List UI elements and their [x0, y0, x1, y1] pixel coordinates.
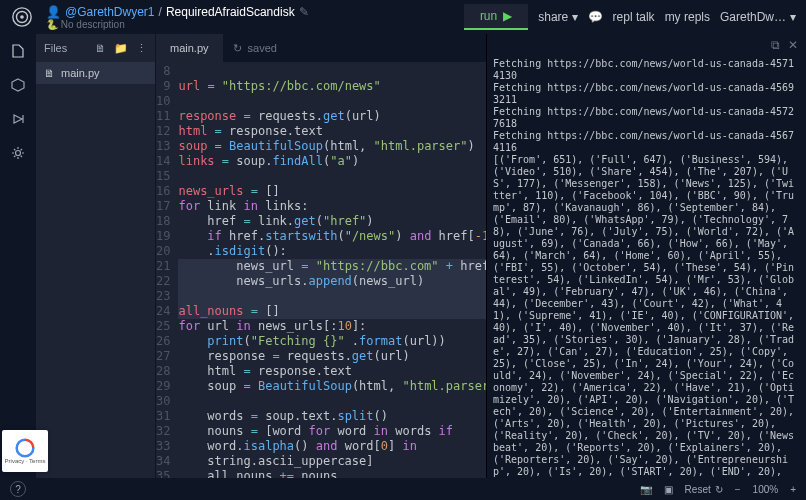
files-header: Files	[44, 42, 67, 54]
footer-bar: ? 📷 ▣ Reset ↻ − 100% +	[0, 478, 806, 500]
file-pane: Files 🗎 📁 ⋮ 🗎 main.py	[36, 34, 156, 478]
code-editor[interactable]: 8910111213141516171819202122232425262728…	[156, 62, 486, 478]
settings-icon[interactable]	[9, 144, 27, 162]
project-owner[interactable]: @GarethDwyer1	[65, 5, 155, 19]
recaptcha-badge[interactable]: Privacy · Terms	[2, 430, 48, 472]
console-output[interactable]: Fetching https://bbc.com/news/world-us-c…	[487, 56, 806, 478]
svg-point-2	[20, 15, 24, 19]
edit-icon[interactable]: ✎	[299, 5, 309, 19]
files-icon[interactable]	[9, 42, 27, 60]
file-name: main.py	[61, 67, 100, 79]
footer-terminal-icon[interactable]: ▣	[664, 484, 673, 495]
tab-main[interactable]: main.py	[156, 34, 223, 62]
my-repls-link[interactable]: my repls	[665, 10, 710, 24]
play-icon: ▶	[503, 9, 512, 23]
header-bar: 👤 @GarethDwyer1/RequiredAfraidScandisk ✎…	[0, 0, 806, 34]
refresh-icon: ↻	[233, 42, 242, 55]
file-list: 🗎 main.py	[36, 62, 155, 84]
zoom-in-button[interactable]: +	[790, 484, 796, 495]
console-close-icon[interactable]: ✕	[788, 38, 798, 52]
more-icon[interactable]: ⋮	[136, 42, 147, 55]
replit-logo[interactable]	[10, 5, 34, 29]
svg-point-3	[16, 151, 21, 156]
packages-icon[interactable]	[9, 76, 27, 94]
editor-tabs: main.py ↻ saved	[156, 34, 486, 62]
file-icon: 🗎	[44, 67, 55, 79]
project-title-wrap: 👤 @GarethDwyer1/RequiredAfraidScandisk ✎…	[46, 5, 452, 30]
run-button[interactable]: run▶	[464, 4, 528, 30]
zoom-out-button[interactable]: −	[735, 484, 741, 495]
reset-button[interactable]: Reset ↻	[685, 484, 723, 495]
help-button[interactable]: ?	[10, 481, 26, 497]
user-menu[interactable]: GarethDw… ▾	[720, 10, 796, 24]
left-sidebar	[0, 34, 36, 478]
project-description: 🐍 No description	[46, 19, 452, 30]
debugger-icon[interactable]	[9, 110, 27, 128]
new-file-icon[interactable]: 🗎	[95, 42, 106, 54]
new-folder-icon[interactable]: 📁	[114, 42, 128, 55]
chat-icon[interactable]: 💬	[588, 10, 603, 24]
share-button[interactable]: share ▾	[538, 10, 577, 24]
project-name[interactable]: RequiredAfraidScandisk	[166, 5, 295, 19]
console-pane: ⧉ ✕ Fetching https://bbc.com/news/world-…	[486, 34, 806, 478]
repl-talk-link[interactable]: repl talk	[613, 10, 655, 24]
console-copy-icon[interactable]: ⧉	[771, 38, 780, 52]
file-item[interactable]: 🗎 main.py	[36, 62, 155, 84]
editor-pane: main.py ↻ saved 891011121314151617181920…	[156, 34, 486, 478]
avatar-icon: 👤	[46, 5, 61, 19]
saved-indicator: ↻ saved	[223, 34, 287, 62]
zoom-level: 100%	[753, 484, 779, 495]
footer-camera-icon[interactable]: 📷	[640, 484, 652, 495]
